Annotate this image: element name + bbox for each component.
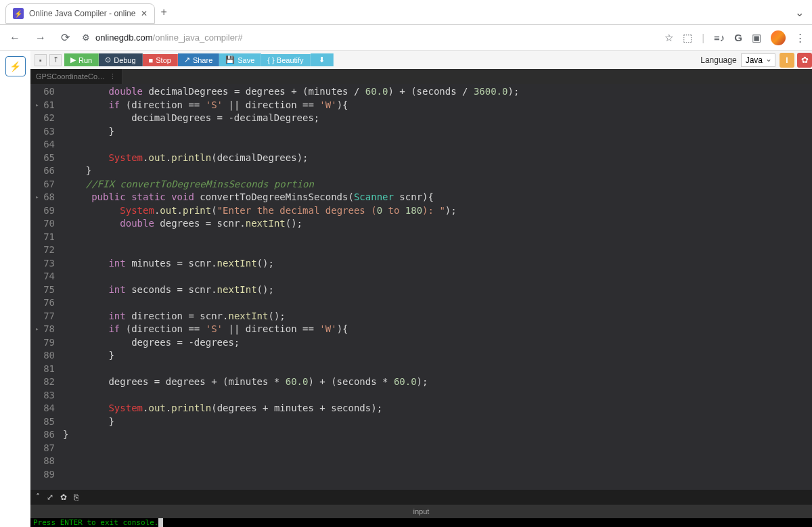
reload-button[interactable]: ⟳ [58, 28, 72, 47]
forward-button[interactable]: → [32, 29, 49, 47]
close-icon[interactable]: ✕ [141, 9, 148, 18]
address-bar: ← → ⟳ ⚙ onlinegdb.com/online_java_compil… [0, 25, 812, 51]
url-box[interactable]: ⚙ onlinegdb.com/online_java_compiler# [82, 32, 655, 43]
main-panel: ▪ ⤒ ▶Run ⊙Debug ■Stop ↗Share 💾Save { } B… [30, 51, 812, 527]
copy-icon[interactable]: ⎘ [74, 492, 78, 502]
bolt-icon[interactable]: ⚡ [5, 56, 26, 76]
console-output: Press ENTER to exit console. [30, 518, 812, 527]
toolbar-icons: ☆ ⬚ | ≡♪ G ▣ ⋮ [664, 30, 805, 45]
browser-tab[interactable]: ⚡ Online Java Compiler - online ✕ [5, 3, 155, 24]
line-gutter: 6061626364656667686970717273747576777879… [30, 84, 63, 490]
file-tab[interactable]: GPSCoordinateCo… ⋮ [30, 69, 122, 84]
back-button[interactable]: ← [7, 29, 23, 47]
code-area[interactable]: double decimalDegrees = degrees + (minut… [63, 84, 812, 490]
new-tab-button[interactable]: + [160, 6, 166, 18]
save-button[interactable]: 💾Save [219, 53, 261, 66]
profile-avatar[interactable] [771, 30, 786, 45]
info-button[interactable]: i [780, 53, 794, 68]
code-editor[interactable]: 6061626364656667686970717273747576777879… [30, 84, 812, 490]
new-file-icon[interactable]: ▪ [35, 54, 47, 66]
run-button[interactable]: ▶Run [64, 53, 99, 66]
share-icon: ↗ [184, 55, 190, 64]
share-button[interactable]: ↗Share [178, 53, 219, 66]
divider: | [702, 32, 704, 43]
sidebar: ⚡ [0, 51, 30, 527]
stop-button[interactable]: ■Stop [143, 54, 178, 66]
beautify-button[interactable]: { } Beautify [261, 54, 310, 66]
settings-button[interactable]: ✿ [797, 53, 812, 68]
panel-icon[interactable]: ▣ [752, 32, 761, 44]
upload-icon[interactable]: ⤒ [49, 54, 62, 66]
console-tab[interactable]: input [30, 505, 812, 518]
menu-icon[interactable]: ⋮ [795, 32, 805, 44]
ide-container: ⚡ ▪ ⤒ ▶Run ⊙Debug ■Stop ↗Share 💾Save { }… [0, 51, 812, 527]
language-select[interactable]: Java [741, 53, 775, 67]
language-label: Language [700, 55, 736, 65]
gear-icon[interactable]: ✿ [60, 492, 67, 502]
playlist-icon[interactable]: ≡♪ [714, 32, 725, 43]
debug-button[interactable]: ⊙Debug [99, 53, 142, 66]
chevron-down-icon[interactable]: ⌄ [792, 3, 807, 22]
stop-icon: ■ [149, 56, 154, 64]
file-tab-label: GPSCoordinateCo… [36, 72, 105, 81]
ide-toolbar: ▪ ⤒ ▶Run ⊙Debug ■Stop ↗Share 💾Save { } B… [30, 51, 812, 69]
save-icon: 💾 [225, 55, 235, 64]
file-tabs: GPSCoordinateCo… ⋮ [30, 69, 812, 84]
google-icon[interactable]: G [734, 32, 742, 43]
kebab-icon[interactable]: ⋮ [109, 72, 116, 81]
bolt-icon: ⚡ [13, 8, 24, 19]
language-selector: Language Java [700, 53, 775, 67]
extension-icon[interactable]: ⬚ [683, 32, 692, 44]
chevron-up-icon[interactable]: ˄ [36, 492, 40, 502]
site-settings-icon[interactable]: ⚙ [82, 32, 90, 43]
url-text: onlinegdb.com/online_java_compiler# [95, 32, 243, 43]
bug-icon: ⊙ [105, 55, 111, 64]
star-icon[interactable]: ☆ [664, 32, 673, 44]
browser-tabstrip: ⚡ Online Java Compiler - online ✕ + ⌄ [0, 0, 812, 25]
play-icon: ▶ [70, 55, 76, 64]
tab-title: Online Java Compiler - online [29, 9, 135, 18]
expand-icon[interactable]: ⤢ [47, 492, 53, 502]
editor-bottom-bar: ˄ ⤢ ✿ ⎘ [30, 490, 812, 505]
download-icon: ⬇ [319, 55, 325, 64]
download-button[interactable]: ⬇ [311, 53, 334, 66]
